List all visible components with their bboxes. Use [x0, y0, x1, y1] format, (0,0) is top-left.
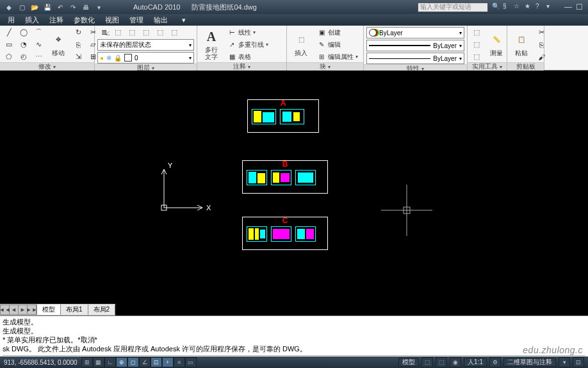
sb-icon[interactable]: ⬚ [421, 357, 433, 367]
qp-toggle[interactable]: ▭ [185, 357, 197, 367]
lwt-toggle[interactable]: ≡ [174, 357, 185, 367]
copy-icon[interactable]: ⎘ [535, 39, 548, 50]
mtext-button[interactable]: A 多行 文字 [200, 28, 223, 62]
panel-expand-icon[interactable]: ▾ [248, 64, 250, 70]
drawing-box-b[interactable]: B [242, 160, 328, 194]
tool-icon[interactable]: ∿ [32, 39, 45, 50]
maximize-button[interactable]: ☐ [576, 3, 583, 12]
subscription-icon[interactable]: § [503, 3, 512, 12]
mleader-button[interactable]: ↗多重引线▾ [225, 39, 271, 50]
tool-icon[interactable]: ◯ [17, 27, 30, 38]
drawing-box-a[interactable]: A [247, 99, 319, 133]
sb-icon[interactable]: ◉ [450, 357, 461, 367]
help-dropdown-icon[interactable]: ▾ [546, 3, 555, 12]
menu-item[interactable]: 参数化 [69, 14, 100, 26]
sb-icon[interactable]: ▾ [559, 357, 570, 367]
util-icon[interactable]: ⬚ [470, 51, 483, 62]
polar-toggle[interactable]: ⊕ [116, 357, 127, 367]
tool-icon[interactable]: ◔ [17, 39, 30, 50]
workspace-combo[interactable]: 二维草图与注释 [503, 358, 556, 367]
tool-icon[interactable]: ⋯ [32, 51, 45, 62]
util-icon[interactable]: ⬚ [470, 27, 483, 38]
drawing-canvas[interactable]: Y X A B C [0, 71, 588, 304]
lineweight-combo[interactable]: ByLayer ▾ [366, 40, 464, 51]
ortho-toggle[interactable]: ∟ [104, 357, 116, 367]
tool-icon[interactable]: ▭ [3, 39, 15, 50]
layer-tool-icon[interactable]: ⬚ [154, 27, 167, 38]
color-combo[interactable]: ByLayer ▾ [366, 27, 464, 38]
layer-tool-icon[interactable]: ⬚ [168, 27, 181, 38]
search-input[interactable]: 输入关键字或短语 [418, 3, 488, 12]
layer-props-icon[interactable]: ≣ [97, 27, 110, 38]
help-icon[interactable]: ? [535, 3, 544, 12]
linear-dim-button[interactable]: ⊢线性▾ [225, 27, 271, 38]
layer-state-combo[interactable]: 未保存的图层状态 ▾ [97, 39, 194, 51]
tab-first-icon[interactable]: ◄◄ [1, 305, 10, 314]
move-button[interactable]: ✥ 移动 [47, 31, 70, 59]
osnap-toggle[interactable]: ◻ [127, 357, 139, 367]
command-line[interactable]: 生成模型。 生成模型。 * 菜单实用程序已加载。*取消* sk DWG。 此文件… [0, 315, 588, 356]
menu-item[interactable]: 注释 [44, 14, 69, 26]
menu-item[interactable]: 插入 [20, 14, 44, 26]
menu-item[interactable]: 输出 [149, 14, 173, 26]
redo-icon[interactable]: ↷ [68, 2, 78, 12]
tool-icon[interactable]: ⬠ [3, 51, 15, 62]
sb-icon[interactable]: ⊡ [573, 357, 584, 367]
coord-readout[interactable]: 913, -65686.5413, 0.0000 [0, 359, 81, 366]
tool-icon[interactable]: ◴ [17, 51, 30, 62]
app-icon[interactable]: ◆ [4, 2, 14, 12]
edit-attr-button[interactable]: ⊞编辑属性▾ [314, 51, 361, 62]
tool-icon[interactable]: ⇲ [72, 51, 85, 62]
open-icon[interactable]: 📂 [29, 2, 40, 12]
create-block-button[interactable]: ▣创建 [314, 27, 361, 38]
comm-icon[interactable]: ☆ [514, 3, 523, 12]
layer-tool-icon[interactable]: ⬚ [140, 27, 152, 38]
cut-icon[interactable]: ✂ [535, 27, 548, 38]
menu-item[interactable]: 视图 [100, 14, 124, 26]
paste-button[interactable]: 📋 粘贴 [510, 31, 533, 59]
otrack-toggle[interactable]: ∠ [139, 357, 151, 367]
sb-icon[interactable]: ⚙ [489, 357, 501, 367]
edit-block-button[interactable]: ✎编辑 [314, 39, 361, 50]
tab-prev-icon[interactable]: ◄ [10, 305, 19, 314]
grid-toggle[interactable]: ▦ [93, 357, 104, 367]
panel-expand-icon[interactable]: ▾ [53, 64, 56, 70]
favorites-icon[interactable]: ★ [525, 3, 534, 12]
match-icon[interactable]: 🖌 [535, 51, 548, 62]
panel-expand-icon[interactable]: ▾ [328, 64, 331, 70]
sb-icon[interactable]: ⬚ [436, 357, 447, 367]
measure-button[interactable]: 📏 测量 [485, 31, 508, 59]
drawing-box-c[interactable]: C [242, 217, 328, 250]
undo-icon[interactable]: ↶ [55, 2, 65, 12]
menu-item[interactable]: 用 [3, 14, 20, 26]
save-icon[interactable]: 💾 [42, 2, 53, 12]
tab-layout2[interactable]: 布局2 [88, 305, 116, 315]
tool-icon[interactable]: ⎘ [72, 39, 85, 50]
layer-combo[interactable]: ● ❄ 🔒 0 ▾ [97, 52, 194, 63]
annoscale-combo[interactable]: 人1:1 [464, 358, 487, 367]
table-button[interactable]: ▦表格 [225, 51, 271, 62]
tab-last-icon[interactable]: ►► [28, 305, 37, 314]
panel-expand-icon[interactable]: ▾ [500, 64, 502, 70]
new-icon[interactable]: ▢ [17, 2, 27, 12]
ducs-toggle[interactable]: ⊡ [151, 357, 162, 367]
layer-tool-icon[interactable]: ⬚ [126, 27, 138, 38]
qat-dropdown-icon[interactable]: ▾ [94, 2, 104, 12]
layer-tool-icon[interactable]: ⬚ [111, 27, 124, 38]
tool-icon[interactable]: ⌒ [32, 27, 45, 38]
util-icon[interactable]: ⬚ [470, 39, 483, 50]
tab-model[interactable]: 模型 [37, 305, 61, 315]
search-icon[interactable]: 🔍 [492, 3, 501, 12]
menu-item[interactable]: 管理 [124, 14, 149, 26]
modelspace-toggle[interactable]: 模型 [398, 358, 419, 367]
snap-toggle[interactable]: ⊞ [81, 357, 93, 367]
insert-block-button[interactable]: ⬚ 插入 [290, 31, 313, 59]
tab-layout1[interactable]: 布局1 [61, 305, 88, 315]
dyn-toggle[interactable]: + [162, 357, 174, 367]
tool-icon[interactable]: ↻ [72, 27, 85, 38]
menu-expand-icon[interactable]: ▾ [177, 14, 191, 26]
tool-icon[interactable]: ╱ [3, 27, 15, 38]
minimize-button[interactable]: — [564, 3, 572, 12]
linetype-combo[interactable]: ByLayer ▾ [366, 53, 464, 64]
print-icon[interactable]: 🖶 [81, 2, 91, 12]
